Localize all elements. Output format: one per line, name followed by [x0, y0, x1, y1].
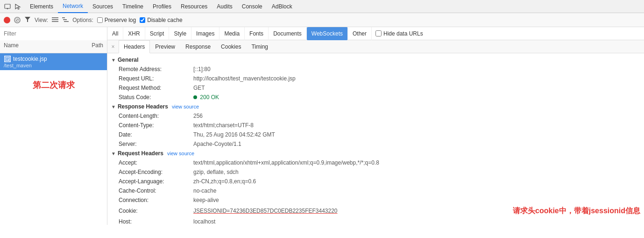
host-key: Host: [119, 217, 193, 225]
filter-icon[interactable] [24, 16, 31, 24]
accept-key: Accept: [119, 159, 193, 167]
accept-encoding-key: Accept-Encoding: [119, 168, 193, 176]
file-icon [4, 55, 11, 63]
request-headers-section-title: Request Headers [118, 150, 163, 157]
detail-tab-headers[interactable]: Headers [119, 40, 150, 53]
detail-tab-timing[interactable]: Timing [246, 40, 273, 53]
request-url-key: Request URL: [119, 74, 193, 83]
request-method-row: Request Method: GET [107, 83, 644, 93]
request-method-key: Request Method: [119, 84, 193, 92]
filter-tabs: All XHR Script Style Images Media Fonts … [107, 27, 372, 40]
file-list-header: Name Path [0, 40, 107, 53]
response-headers-triangle-icon: ▼ [111, 104, 116, 109]
filter-tab-script[interactable]: Script [145, 27, 170, 40]
menu-item-profiles[interactable]: Profiles [148, 0, 176, 13]
general-section-header[interactable]: ▼ General [107, 55, 644, 65]
filter-tab-all[interactable]: All [107, 27, 123, 40]
tree-view-icon[interactable] [62, 16, 69, 24]
request-headers-view-source[interactable]: view source [167, 151, 194, 156]
host-value: localhost [193, 217, 640, 225]
detail-tabs: × Headers Preview Response Cookies Timin… [107, 40, 644, 53]
request-headers-section-header[interactable]: ▼ Request Headers view source [107, 149, 644, 158]
menu-items: Elements Network Sources Timeline Profil… [25, 0, 297, 13]
detail-tab-preview[interactable]: Preview [150, 40, 180, 53]
hide-data-urls-checkbox[interactable] [375, 30, 382, 36]
main-content: Name Path testcookie.jsp /test_maven 第二次… [0, 40, 644, 225]
preserve-log-label: Preserve log [105, 17, 136, 23]
filter-tab-images[interactable]: Images [191, 27, 219, 40]
status-code-key: Status Code: [119, 93, 193, 101]
request-url-value: http://localhost/test_maven/testcookie.j… [193, 74, 640, 83]
cursor-icon[interactable] [14, 3, 21, 10]
connection-row: Connection: keep-alive [107, 195, 644, 205]
date-row: Date: Thu, 25 Aug 2016 04:52:42 GMT [107, 130, 644, 139]
menu-item-timeline[interactable]: Timeline [118, 0, 148, 13]
host-row: Host: localhost [107, 217, 644, 225]
remote-address-row: Remote Address: [::1]:80 [107, 65, 644, 74]
menu-bar: Elements Network Sources Timeline Profil… [0, 0, 644, 13]
request-url-row: Request URL: http://localhost/test_maven… [107, 74, 644, 83]
filter-bar: All XHR Script Style Images Media Fonts … [0, 27, 644, 40]
svg-marker-6 [25, 17, 30, 22]
date-key: Date: [119, 130, 193, 139]
response-headers-section-title: Response Headers [118, 103, 168, 110]
file-path: /test_maven [4, 63, 103, 68]
file-name: testcookie.jsp [13, 56, 47, 62]
status-code-row: Status Code: 200 OK [107, 93, 644, 102]
response-headers-view-source[interactable]: view source [172, 104, 199, 109]
preserve-log-checkbox[interactable] [97, 17, 103, 23]
file-entry[interactable]: testcookie.jsp /test_maven [0, 53, 107, 70]
status-dot-icon [193, 95, 197, 99]
cookie-key: Cookie: [119, 207, 193, 215]
detail-close-button[interactable]: × [109, 43, 117, 50]
file-list-path-col: Path [88, 40, 107, 53]
preserve-log-checkbox-group[interactable]: Preserve log [97, 17, 136, 23]
detail-tab-response[interactable]: Response [180, 40, 216, 53]
server-row: Server: Apache-Coyote/1.1 [107, 139, 644, 149]
filter-tab-media[interactable]: Media [219, 27, 245, 40]
menu-item-audits[interactable]: Audits [212, 0, 237, 13]
detail-tab-cookies[interactable]: Cookies [216, 40, 246, 53]
filter-tab-websockets[interactable]: WebSockets [307, 27, 348, 40]
menu-item-sources[interactable]: Sources [88, 0, 118, 13]
disable-cache-checkbox-group[interactable]: Disable cache [140, 17, 182, 23]
menu-item-console[interactable]: Console [237, 0, 267, 13]
hide-data-urls-label: Hide data URLs [383, 30, 423, 37]
menu-item-elements[interactable]: Elements [25, 0, 58, 13]
filter-tab-xhr[interactable]: XHR [123, 27, 145, 40]
detail-content: ▼ General Remote Address: [::1]:80 Reque… [107, 53, 644, 225]
record-button[interactable] [4, 17, 10, 23]
list-view-icon[interactable] [52, 16, 58, 24]
clear-button[interactable] [14, 17, 21, 23]
menu-item-resources[interactable]: Resources [176, 0, 212, 13]
svg-rect-0 [5, 4, 10, 8]
server-key: Server: [119, 140, 193, 148]
accept-row: Accept: text/html,application/xhtml+xml,… [107, 158, 644, 167]
svg-line-5 [16, 19, 18, 21]
filter-input[interactable] [0, 27, 107, 40]
menu-item-network[interactable]: Network [58, 0, 88, 13]
request-headers-triangle-icon: ▼ [111, 151, 116, 156]
status-code-value: 200 OK [193, 93, 640, 101]
response-headers-section-header[interactable]: ▼ Response Headers view source [107, 102, 644, 111]
cookie-annotation: 请求头cookie中，带着jsessionid信息 [513, 205, 640, 216]
toolbar: View: Options: Preserve log Disable cach… [0, 13, 644, 27]
cookie-underlined-value: JSESSIONID=74236D3ED857DC0EDB2235FEF3443… [193, 208, 338, 214]
cookie-row: Cookie: JSESSIONID=74236D3ED857DC0EDB223… [107, 205, 644, 217]
disable-cache-checkbox[interactable] [140, 17, 145, 23]
annotation-second-request: 第二次请求 [0, 70, 107, 100]
filter-tab-style[interactable]: Style [169, 27, 191, 40]
accept-value: text/html,application/xhtml+xml,applicat… [193, 159, 640, 167]
filter-tab-documents[interactable]: Documents [269, 27, 307, 40]
accept-encoding-value: gzip, deflate, sdch [193, 168, 640, 176]
menu-item-adblock[interactable]: AdBlock [267, 0, 297, 13]
filter-tab-other[interactable]: Other [348, 27, 372, 40]
accept-encoding-row: Accept-Encoding: gzip, deflate, sdch [107, 167, 644, 177]
hide-data-urls-group[interactable]: Hide data URLs [375, 30, 423, 37]
accept-language-key: Accept-Language: [119, 177, 193, 186]
accept-language-value: zh-CN,zh;q=0.8,en;q=0.6 [193, 177, 640, 186]
device-icon[interactable] [4, 3, 11, 10]
filter-tab-fonts[interactable]: Fonts [245, 27, 269, 40]
cache-control-value: no-cache [193, 187, 640, 195]
server-value: Apache-Coyote/1.1 [193, 140, 640, 148]
